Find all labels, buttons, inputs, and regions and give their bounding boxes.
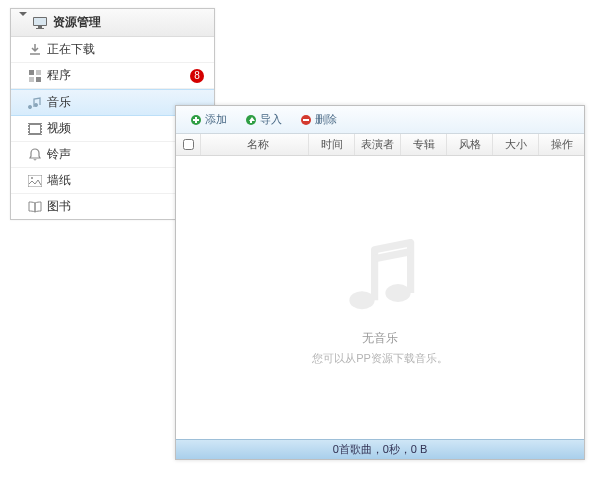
svg-rect-20 — [28, 175, 42, 187]
toolbar: 添加 导入 删除 — [176, 106, 584, 134]
sidebar-title: 资源管理 — [53, 14, 101, 31]
tree-collapse-icon — [19, 16, 27, 30]
svg-rect-5 — [36, 70, 41, 75]
svg-rect-7 — [36, 77, 41, 82]
delete-label: 删除 — [315, 112, 337, 127]
column-size[interactable]: 大小 — [492, 134, 538, 155]
svg-rect-17 — [41, 127, 42, 128]
svg-point-21 — [31, 177, 33, 179]
monitor-icon — [33, 17, 47, 29]
svg-rect-6 — [29, 77, 34, 82]
sidebar-item-downloading[interactable]: 正在下载 — [11, 37, 214, 63]
svg-rect-14 — [28, 130, 29, 131]
empty-state: 无音乐 您可以从PP资源下载音乐。 — [176, 156, 584, 439]
sidebar-item-label: 音乐 — [47, 94, 71, 111]
svg-rect-12 — [28, 124, 29, 125]
music-note-icon — [335, 230, 425, 320]
book-icon — [27, 199, 43, 215]
music-icon — [27, 95, 43, 111]
sidebar-item-apps[interactable]: 程序 8 — [11, 63, 214, 89]
sidebar-item-label: 正在下载 — [47, 41, 95, 58]
delete-button[interactable]: 删除 — [292, 110, 345, 129]
status-bar: 0首歌曲，0秒，0 B — [176, 439, 584, 459]
column-action[interactable]: 操作 — [538, 134, 584, 155]
svg-rect-2 — [38, 26, 42, 28]
sidebar-item-label: 视频 — [47, 120, 71, 137]
column-artist[interactable]: 表演者 — [354, 134, 400, 155]
video-icon — [27, 121, 43, 137]
svg-point-23 — [385, 284, 410, 302]
sidebar-item-label: 墙纸 — [47, 172, 71, 189]
svg-rect-4 — [29, 70, 34, 75]
apps-icon — [27, 68, 43, 84]
sidebar-item-label: 程序 — [47, 67, 71, 84]
badge-count: 8 — [190, 69, 204, 83]
column-name[interactable]: 名称 — [200, 134, 308, 155]
column-time[interactable]: 时间 — [308, 134, 354, 155]
svg-point-22 — [349, 291, 374, 309]
plus-circle-icon — [190, 114, 202, 126]
column-genre[interactable]: 风格 — [446, 134, 492, 155]
add-label: 添加 — [205, 112, 227, 127]
empty-subtitle: 您可以从PP资源下载音乐。 — [312, 351, 448, 366]
select-all-checkbox[interactable] — [183, 139, 194, 150]
svg-rect-9 — [30, 125, 40, 133]
svg-rect-13 — [28, 127, 29, 128]
svg-rect-18 — [41, 130, 42, 131]
svg-rect-15 — [28, 133, 29, 134]
column-header-row: 名称 时间 表演者 专辑 风格 大小 操作 — [176, 134, 584, 156]
sidebar-header[interactable]: 资源管理 — [11, 9, 214, 37]
main-panel: 添加 导入 删除 名称 时间 表演者 专辑 风格 大小 操作 无音乐 — [175, 105, 585, 460]
download-icon — [27, 42, 43, 58]
svg-rect-16 — [41, 124, 42, 125]
import-circle-icon — [245, 114, 257, 126]
svg-rect-1 — [34, 18, 46, 25]
add-button[interactable]: 添加 — [182, 110, 235, 129]
sidebar-item-label: 图书 — [47, 198, 71, 215]
import-label: 导入 — [260, 112, 282, 127]
select-all-cell[interactable] — [176, 139, 200, 150]
column-album[interactable]: 专辑 — [400, 134, 446, 155]
import-button[interactable]: 导入 — [237, 110, 290, 129]
svg-rect-3 — [36, 28, 44, 29]
wallpaper-icon — [27, 173, 43, 189]
empty-title: 无音乐 — [362, 330, 398, 347]
minus-circle-icon — [300, 114, 312, 126]
ringtone-icon — [27, 147, 43, 163]
svg-rect-19 — [41, 133, 42, 134]
sidebar-item-label: 铃声 — [47, 146, 71, 163]
